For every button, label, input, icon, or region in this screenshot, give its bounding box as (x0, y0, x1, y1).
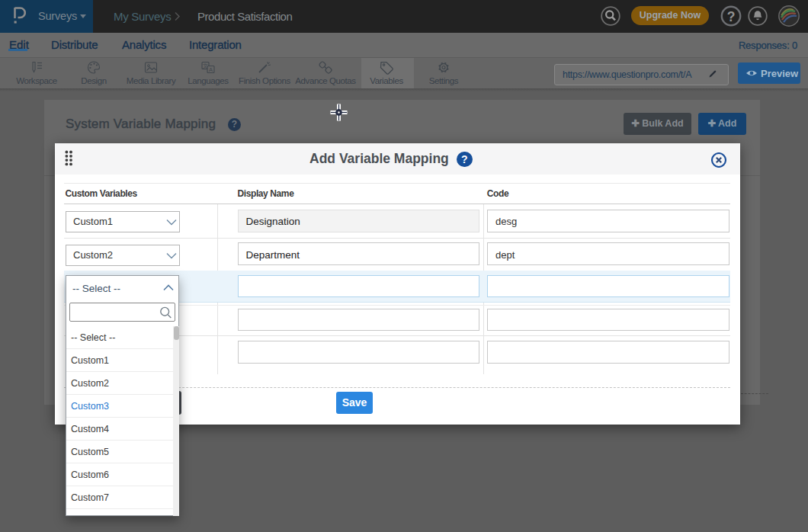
svg-text:A: A (209, 66, 213, 73)
svg-text:?: ? (727, 9, 736, 24)
